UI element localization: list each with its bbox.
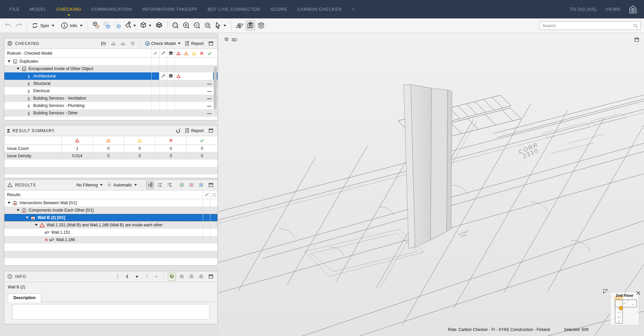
results-focus-column[interactable] <box>210 190 217 199</box>
rejected-column-header[interactable] <box>198 51 205 56</box>
view-cube-button[interactable] <box>139 20 153 31</box>
show-components-button[interactable] <box>91 20 101 31</box>
expander-icon[interactable] <box>35 224 38 226</box>
next-button[interactable] <box>143 273 151 281</box>
3d-canvas[interactable]: CORR2310 CLOSET2305 <box>218 33 644 336</box>
zoom-selected-button[interactable] <box>203 20 212 31</box>
reject-issue-button[interactable] <box>187 181 195 189</box>
menu-tab-information-takeoff[interactable]: INFORMATION TAKEOFF <box>142 7 198 12</box>
basket-3-button[interactable] <box>197 273 205 281</box>
checking-panel-window-button[interactable] <box>207 40 215 48</box>
app-logo-icon[interactable] <box>628 4 639 15</box>
undo-button[interactable] <box>3 20 13 31</box>
menu-tab-model[interactable]: MODEL <box>30 7 46 12</box>
result-row[interactable]: Wall.1.151 (Wall B) and Wall.1.166 (Wall… <box>4 221 217 229</box>
menu-tab-communication[interactable]: COMMUNICATION <box>91 7 132 12</box>
floorplan-map-button[interactable] <box>246 20 255 31</box>
critical-column-header[interactable] <box>175 51 183 56</box>
filtering-dropdown[interactable]: No Filtering <box>75 181 104 189</box>
basket-2-button[interactable] <box>187 273 195 281</box>
ruleset-row[interactable]: §Duplicates <box>4 58 217 65</box>
sort-button[interactable] <box>113 273 121 281</box>
ruleset-row[interactable]: §Building Services - Plumbing— <box>4 102 217 109</box>
views-button[interactable]: VIEWS <box>605 7 621 12</box>
description-field[interactable] <box>12 304 209 320</box>
moderate-column-header[interactable] <box>190 51 198 56</box>
open-ruleset-button[interactable] <box>100 40 108 48</box>
todo-button[interactable]: TO-DO (5/5) <box>570 7 597 12</box>
row-tools-cell[interactable] <box>159 72 167 80</box>
result-row[interactable]: Wall.1.151 <box>4 229 217 236</box>
results-link-column[interactable] <box>203 190 210 199</box>
ruleset-row[interactable]: §Electrical— <box>4 87 217 95</box>
accepted-column-header[interactable] <box>205 51 213 56</box>
install-ruleset-alt-button[interactable] <box>119 40 127 48</box>
list-settings-button[interactable] <box>165 181 174 189</box>
result-row[interactable]: Wall.1.166 <box>4 236 217 243</box>
checking-scrollbar-thumb[interactable] <box>214 66 217 109</box>
expander-icon[interactable] <box>8 202 10 204</box>
tools-column-header[interactable] <box>159 49 167 57</box>
summary-chart-button[interactable] <box>174 127 182 135</box>
row-table-cell[interactable] <box>167 72 175 80</box>
expander-icon[interactable] <box>17 209 19 211</box>
search-input[interactable] <box>540 23 633 28</box>
selected-wall-slab[interactable] <box>404 85 452 248</box>
list-view-button[interactable] <box>156 181 164 189</box>
prev-button[interactable] <box>123 273 131 281</box>
zoom-in-button[interactable] <box>182 20 191 31</box>
viewport-window-button[interactable] <box>633 36 641 44</box>
colorize-button[interactable] <box>123 20 138 31</box>
transparent-components-button[interactable] <box>113 20 122 31</box>
menu-tab-file[interactable]: FILE <box>9 7 19 12</box>
ruleset-row[interactable]: §Building Services - Other— <box>4 109 217 117</box>
basket-1-button[interactable] <box>178 273 186 281</box>
tab-description[interactable]: Description <box>8 293 41 302</box>
result-row[interactable]: Components Inside Each Other [0/1] <box>4 207 217 214</box>
zoom-out-button[interactable] <box>192 20 202 31</box>
section-fold-icon[interactable] <box>602 288 609 295</box>
result-row[interactable]: Wall B (2) [0/1] <box>4 214 217 221</box>
neutral-issue-button[interactable] <box>197 181 205 189</box>
ruleset-row[interactable]: §Architectural <box>4 72 217 80</box>
floor-minimap[interactable]: 2nd Floor <box>610 292 639 325</box>
info-panel-window-button[interactable] <box>207 273 215 281</box>
install-ruleset-button[interactable] <box>109 40 117 48</box>
show-in-3d-button[interactable] <box>168 273 176 281</box>
high-column-header[interactable] <box>183 51 190 56</box>
tree-view-button[interactable] <box>146 181 154 189</box>
walk-grid-button[interactable] <box>235 20 244 31</box>
info-button[interactable]: Info <box>60 20 84 31</box>
summary-panel-window-button[interactable] <box>207 127 215 135</box>
layers-button[interactable] <box>256 20 266 31</box>
summary-report-button[interactable]: Report <box>184 127 205 135</box>
prev-list-button[interactable] <box>133 273 141 281</box>
expander-icon[interactable] <box>8 60 10 62</box>
result-row[interactable]: Intersections Between Wall [0/1] <box>4 199 217 207</box>
menu-tab-bcf-live-connector[interactable]: BCF LIVE CONNECTOR <box>208 7 261 12</box>
zoom-window-button[interactable] <box>171 20 180 31</box>
spin-button[interactable]: Spin <box>31 20 56 31</box>
section-plane-button[interactable] <box>154 20 164 31</box>
menu-tab-carbon-checker[interactable]: CARBON CHECKER <box>297 7 342 12</box>
results-panel-window-button[interactable] <box>207 181 215 189</box>
ruleset-row[interactable]: §Structural— <box>4 80 217 87</box>
menu-tab-checking[interactable]: CHECKING <box>56 7 81 12</box>
checking-report-button[interactable]: Report <box>184 40 205 48</box>
select-tool-button[interactable] <box>214 20 228 31</box>
next-list-button[interactable] <box>152 273 160 281</box>
redo-button[interactable] <box>14 20 23 31</box>
expander-icon[interactable] <box>17 68 19 70</box>
remove-ruleset-button[interactable] <box>129 40 137 48</box>
ruleset-row[interactable]: §Encapsulated Inside of Other Object <box>4 65 217 72</box>
minimap-close-icon[interactable] <box>635 290 641 296</box>
menu-tab--[interactable]: + <box>352 7 355 12</box>
table-column-header[interactable] <box>167 49 175 57</box>
link-column-header[interactable] <box>151 49 159 57</box>
hide-components-button[interactable] <box>102 20 111 31</box>
expander-icon[interactable] <box>26 217 29 219</box>
menu-tab-score[interactable]: SCORE <box>270 7 287 12</box>
automatic-dropdown[interactable]: Automatic <box>106 181 139 189</box>
check-model-button[interactable]: Check Model <box>144 40 183 48</box>
accept-issue-button[interactable] <box>178 181 186 189</box>
